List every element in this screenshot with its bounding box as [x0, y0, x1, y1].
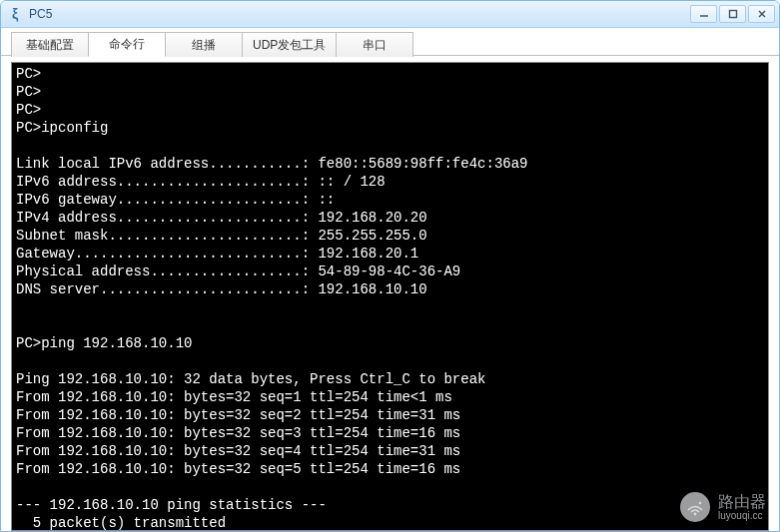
tab-udp-tool[interactable]: UDP发包工具 [242, 32, 337, 57]
tab-multicast[interactable]: 组播 [165, 32, 243, 57]
terminal-output[interactable]: PC> PC> PC> PC>ipconfig Link local IPv6 … [11, 62, 769, 531]
tab-bar: 基础配置 命令行 组播 UDP发包工具 串口 [1, 28, 779, 56]
window-controls [690, 5, 775, 23]
app-icon: ξ [7, 6, 23, 22]
maximize-button[interactable] [719, 5, 746, 23]
close-button[interactable] [748, 5, 775, 23]
terminal-container: PC> PC> PC> PC>ipconfig Link local IPv6 … [1, 56, 779, 531]
tab-basic-config[interactable]: 基础配置 [11, 32, 89, 57]
svg-rect-1 [729, 11, 736, 18]
minimize-button[interactable] [690, 5, 717, 23]
tab-serial[interactable]: 串口 [336, 32, 413, 57]
tab-command-line[interactable]: 命令行 [88, 32, 166, 57]
app-window: ξ PC5 基础配置 命令行 组播 UDP发包工具 串口 PC> PC> PC>… [0, 0, 780, 532]
window-title: PC5 [29, 7, 690, 21]
titlebar: ξ PC5 [1, 1, 779, 28]
